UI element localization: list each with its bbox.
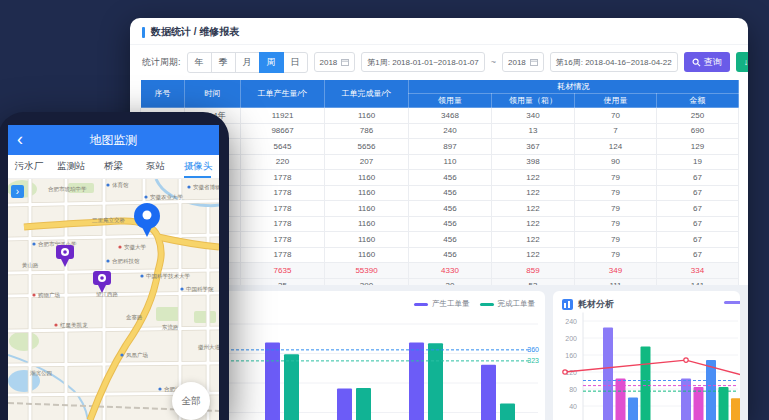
- col-subheader: 使用量: [575, 94, 657, 108]
- all-filter-button[interactable]: 全部: [172, 382, 210, 420]
- breadcrumb: 数据统计 / 维修报表: [130, 18, 748, 45]
- table-row: 62018年177811604561227967: [141, 185, 739, 201]
- map-label: 三里庵立交桥: [92, 217, 126, 224]
- legend-label: 完成工单量: [498, 299, 536, 309]
- period-option-月[interactable]: 月: [235, 52, 260, 73]
- table-cell: 367: [492, 139, 575, 155]
- svg-text:40: 40: [569, 403, 577, 410]
- table-cell: 1778: [241, 170, 325, 186]
- map-label: 金寨路: [126, 314, 143, 320]
- map-label: 购物广场: [38, 292, 60, 299]
- table-cell: 79: [575, 201, 657, 217]
- all-button-label: 全部: [182, 395, 201, 408]
- table-cell: 250: [657, 108, 739, 124]
- tab-监测站[interactable]: 监测站: [50, 155, 92, 178]
- table-row: 32016年56455656897367124129: [141, 139, 739, 155]
- year-end-select[interactable]: 2018: [502, 52, 544, 72]
- consumables-chart-card: 耗材分析 2402001601208040: [553, 291, 740, 420]
- col-subheader: 领用量: [409, 94, 492, 108]
- back-icon[interactable]: ‹: [17, 128, 23, 150]
- table-row: 52018年177811604561227967: [141, 170, 739, 186]
- week-start-input[interactable]: 第1周: 2018-01-01~2018-01-07: [361, 52, 484, 72]
- svg-text:360: 360: [527, 346, 539, 353]
- map-label: 徽州大道: [197, 344, 219, 351]
- map-label: 中国科学技术大学: [146, 273, 191, 280]
- table-cell: 1160: [325, 232, 409, 248]
- table-cell: 67: [657, 247, 739, 263]
- table-cell: 220: [241, 154, 325, 170]
- range-separator: ~: [491, 57, 496, 67]
- tab-污水厂[interactable]: 污水厂: [8, 155, 50, 178]
- table-cell: 334: [657, 263, 739, 279]
- breadcrumb-accent-bar: [142, 27, 145, 38]
- table-cell: 1160: [325, 185, 409, 201]
- table-cell: 7: [575, 123, 657, 139]
- map-label: 安徽省博物馆: [193, 184, 219, 191]
- chart2-header: 耗材分析: [553, 291, 740, 311]
- table-row: 92018年177811604561227967: [141, 232, 739, 248]
- query-button[interactable]: 查询: [684, 52, 730, 72]
- table-cell: 1160: [325, 216, 409, 232]
- table-cell: 122: [492, 232, 575, 248]
- table-cell: 19: [657, 154, 739, 170]
- tab-泵站[interactable]: 泵站: [135, 155, 177, 178]
- col-header: 工单完成量/个: [325, 80, 409, 108]
- table-cell: 1160: [325, 247, 409, 263]
- table-cell: 122: [492, 216, 575, 232]
- period-segment: 年季月周日: [187, 52, 308, 73]
- download-icon: ↓: [744, 58, 748, 67]
- week-end-input[interactable]: 第16周: 2018-04-16~2018-04-22: [550, 52, 678, 72]
- table-cell: 122: [492, 201, 575, 217]
- map-label: 合肥市琥珀中学: [48, 186, 87, 193]
- table-cell: 7635: [241, 263, 325, 279]
- svg-text:200: 200: [565, 335, 577, 342]
- table-cell: 79: [575, 185, 657, 201]
- filter-bar: 统计周期: 年季月周日 2018 第1周: 2018-01-01~2018-01…: [130, 47, 748, 77]
- legend-label: 产生工单量: [432, 299, 470, 309]
- map-label: 体育馆: [112, 182, 129, 189]
- table-cell: 11921: [241, 108, 325, 124]
- year-start-value: 2018: [320, 58, 338, 67]
- consumables-bar-line-chart: 2402001601208040: [553, 311, 740, 420]
- period-label: 统计周期:: [142, 56, 181, 69]
- legend-item[interactable]: 产生工单量: [414, 299, 470, 309]
- phone-mockup: ‹ 地图监测 污水厂监测站桥梁泵站摄像头 合肥市琥珀中学体育馆安徽农业大学安徽省…: [0, 112, 229, 420]
- period-option-季[interactable]: 季: [211, 52, 236, 73]
- calendar-icon: [341, 58, 349, 66]
- col-header: 时间: [185, 80, 241, 108]
- search-icon: [692, 58, 701, 67]
- table-cell: 340: [492, 108, 575, 124]
- year-start-select[interactable]: 2018: [314, 52, 356, 72]
- col-header-group: 耗材情况: [409, 80, 739, 94]
- table-cell: 456: [409, 185, 492, 201]
- table-cell: 67: [657, 216, 739, 232]
- table-cell: 67: [657, 185, 739, 201]
- query-label: 查询: [704, 56, 722, 69]
- map-container[interactable]: 合肥市琥珀中学体育馆安徽农业大学安徽省博物馆三里庵立交桥合肥市宁溪小学安徽大学合…: [8, 179, 219, 420]
- tab-摄像头[interactable]: 摄像头: [177, 155, 219, 178]
- table-cell: 70: [575, 108, 657, 124]
- export-excel-button[interactable]: ↓ 导出Excel: [736, 52, 748, 72]
- map-expander-button[interactable]: ›: [11, 185, 24, 198]
- tab-桥梁[interactable]: 桥梁: [92, 155, 134, 178]
- map-label: 合肥科技馆: [112, 258, 140, 265]
- table-cell: 55390: [325, 263, 409, 279]
- table-cell: 79: [575, 247, 657, 263]
- phone-page-title: 地图监测: [90, 132, 138, 149]
- table-cell: 456: [409, 232, 492, 248]
- map-label: 望江西路: [96, 291, 119, 298]
- table-cell: 1160: [325, 108, 409, 124]
- period-option-周[interactable]: 周: [259, 52, 284, 73]
- table-cell: 67: [657, 170, 739, 186]
- legend-item[interactable]: 完成工单量: [480, 299, 536, 309]
- legend-dash-icon: [414, 303, 428, 306]
- report-table-head: 序号时间工单产生量/个工单完成量/个耗材情况领用量领用量（箱）使用量金额: [141, 80, 739, 108]
- screenshot-stage: 数据统计 / 维修报表 统计周期: 年季月周日 2018 第1周: 2018-0…: [0, 0, 769, 420]
- period-option-日[interactable]: 日: [283, 52, 308, 73]
- table-cell: 1778: [241, 216, 325, 232]
- table-cell: 349: [575, 263, 657, 279]
- table-row: 72018年177811604561227967: [141, 201, 739, 217]
- year-end-value: 2018: [508, 58, 526, 67]
- period-option-年[interactable]: 年: [187, 52, 212, 73]
- map-label: 黄山路: [22, 262, 39, 268]
